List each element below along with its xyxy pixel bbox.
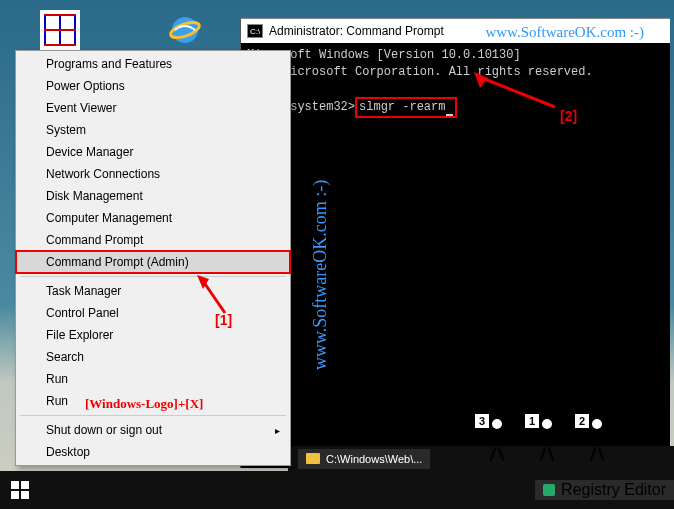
menu-desktop[interactable]: Desktop (16, 441, 290, 463)
menu-computer-management[interactable]: Computer Management (16, 207, 290, 229)
menu-command-prompt-admin[interactable]: Command Prompt (Admin) (16, 251, 290, 273)
figure-1: 1 (530, 417, 564, 467)
menu-task-manager[interactable]: Task Manager (16, 280, 290, 302)
svg-rect-7 (21, 481, 29, 489)
menu-file-explorer[interactable]: File Explorer (16, 324, 290, 346)
menu-search[interactable]: Search (16, 346, 290, 368)
taskbar: Registry Editor (0, 471, 674, 509)
menu-command-prompt[interactable]: Command Prompt (16, 229, 290, 251)
cmd-title-text: Administrator: Command Prompt (269, 24, 444, 38)
cmd-line-version: Microsoft Windows [Version 10.0.10130] (247, 47, 664, 64)
cmd-cursor (446, 114, 453, 116)
cmd-command: slmgr -rearm (359, 100, 445, 114)
annotation-2: [2] (560, 108, 577, 124)
menu-control-panel[interactable]: Control Panel (16, 302, 290, 324)
desktop-shortcut-ie[interactable] (165, 10, 205, 50)
menu-disk-management[interactable]: Disk Management (16, 185, 290, 207)
arrow-annotation-2 (470, 72, 560, 112)
watermark-vertical: www.SoftwareOK.com :-) (310, 180, 331, 370)
chevron-right-icon: ▸ (275, 425, 280, 436)
menu-separator (20, 276, 286, 277)
regedit-icon (543, 484, 555, 496)
menu-run[interactable]: Run (16, 368, 290, 390)
command-prompt-window: C:\ Administrator: Command Prompt Micros… (240, 18, 670, 468)
menu-system[interactable]: System (16, 119, 290, 141)
svg-line-2 (203, 281, 225, 313)
menu-power-options[interactable]: Power Options (16, 75, 290, 97)
svg-rect-9 (21, 491, 29, 499)
arrow-annotation-1 (195, 275, 230, 315)
svg-marker-5 (474, 72, 488, 88)
menu-event-viewer[interactable]: Event Viewer (16, 97, 290, 119)
annotation-hotkey: [Windows-Logo]+[X] (85, 396, 203, 412)
figure-sign: 1 (524, 413, 540, 429)
menu-network-connections[interactable]: Network Connections (16, 163, 290, 185)
figure-sign: 3 (474, 413, 490, 429)
menu-shutdown[interactable]: Shut down or sign out ▸ (16, 419, 290, 441)
cmd-line-copyright: 2015 Microsoft Corporation. All rights r… (247, 64, 664, 81)
start-button[interactable] (0, 471, 40, 509)
watermark-top: www.SoftwareOK.com :-) (485, 24, 644, 41)
figure-sign: 2 (574, 413, 590, 429)
stick-figures: 3 1 2 (480, 417, 614, 467)
cmd-command-highlight: slmgr -rearm (355, 97, 457, 118)
figure-3: 3 (480, 417, 514, 467)
taskbar-explorer[interactable]: C:\Windows\Web\... (298, 449, 430, 469)
menu-shutdown-label: Shut down or sign out (46, 423, 162, 437)
taskbar-regedit[interactable]: Registry Editor (535, 480, 674, 500)
figure-2: 2 (580, 417, 614, 467)
cmd-body[interactable]: Microsoft Windows [Version 10.0.10130] 2… (241, 43, 670, 122)
menu-separator-2 (20, 415, 286, 416)
desktop-shortcut-grid[interactable] (40, 10, 80, 50)
windows-logo-icon (11, 481, 29, 499)
cmd-icon: C:\ (247, 24, 263, 38)
menu-device-manager[interactable]: Device Manager (16, 141, 290, 163)
folder-icon (306, 453, 320, 464)
svg-rect-6 (11, 481, 19, 489)
svg-rect-8 (11, 491, 19, 499)
menu-programs-features[interactable]: Programs and Features (16, 53, 290, 75)
taskbar-regedit-label: Registry Editor (561, 481, 666, 499)
internet-explorer-icon (167, 12, 203, 48)
taskbar-explorer-label: C:\Windows\Web\... (326, 453, 422, 465)
svg-line-4 (482, 78, 555, 107)
